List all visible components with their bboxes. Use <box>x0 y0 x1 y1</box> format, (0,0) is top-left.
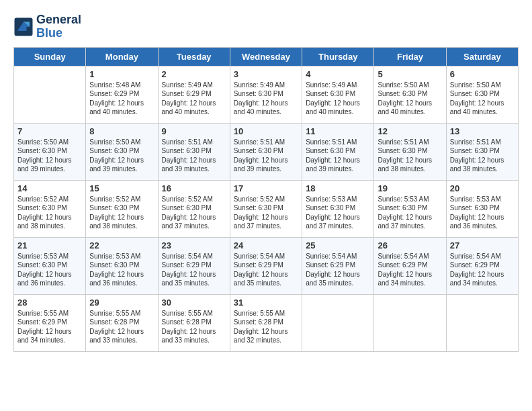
cell-content: Sunrise: 5:54 AM Sunset: 6:29 PM Dayligh… <box>450 252 515 288</box>
day-number: 14 <box>17 183 82 193</box>
day-number: 28 <box>17 298 82 308</box>
week-row-5: 28Sunrise: 5:55 AM Sunset: 6:29 PM Dayli… <box>14 294 519 351</box>
day-header-wednesday: Wednesday <box>230 47 302 66</box>
calendar-cell: 12Sunrise: 5:51 AM Sunset: 6:30 PM Dayli… <box>374 123 446 180</box>
cell-content: Sunrise: 5:55 AM Sunset: 6:28 PM Dayligh… <box>162 309 226 345</box>
cell-content: Sunrise: 5:54 AM Sunset: 6:29 PM Dayligh… <box>162 252 226 288</box>
cell-content: Sunrise: 5:51 AM Sunset: 6:30 PM Dayligh… <box>450 138 515 174</box>
calendar-cell: 8Sunrise: 5:50 AM Sunset: 6:30 PM Daylig… <box>86 123 158 180</box>
calendar-cell: 14Sunrise: 5:52 AM Sunset: 6:30 PM Dayli… <box>14 180 86 237</box>
day-number: 17 <box>234 183 298 193</box>
day-header-sunday: Sunday <box>14 47 86 66</box>
calendar-cell: 31Sunrise: 5:55 AM Sunset: 6:28 PM Dayli… <box>230 294 302 351</box>
day-number: 15 <box>89 183 154 193</box>
cell-content: Sunrise: 5:54 AM Sunset: 6:29 PM Dayligh… <box>234 252 298 288</box>
day-number: 1 <box>89 69 154 79</box>
cell-content: Sunrise: 5:54 AM Sunset: 6:29 PM Dayligh… <box>306 252 370 288</box>
cell-content: Sunrise: 5:51 AM Sunset: 6:30 PM Dayligh… <box>234 138 298 174</box>
calendar-cell: 20Sunrise: 5:53 AM Sunset: 6:30 PM Dayli… <box>446 180 518 237</box>
day-number: 18 <box>306 183 370 193</box>
day-number: 21 <box>17 240 82 250</box>
day-header-saturday: Saturday <box>446 47 518 66</box>
day-number: 6 <box>450 69 515 79</box>
day-number: 13 <box>450 126 515 136</box>
day-number: 30 <box>162 298 226 308</box>
calendar-cell <box>374 294 446 351</box>
cell-content: Sunrise: 5:52 AM Sunset: 6:30 PM Dayligh… <box>17 195 82 231</box>
day-number: 31 <box>234 298 298 308</box>
calendar-cell: 27Sunrise: 5:54 AM Sunset: 6:29 PM Dayli… <box>446 237 518 294</box>
logo: GeneralBlue <box>13 13 81 40</box>
cell-content: Sunrise: 5:50 AM Sunset: 6:30 PM Dayligh… <box>378 81 442 117</box>
day-number: 26 <box>378 240 442 250</box>
calendar-cell: 6Sunrise: 5:50 AM Sunset: 6:30 PM Daylig… <box>446 66 518 123</box>
day-number: 25 <box>306 240 370 250</box>
week-row-3: 14Sunrise: 5:52 AM Sunset: 6:30 PM Dayli… <box>14 180 519 237</box>
calendar-cell: 9Sunrise: 5:51 AM Sunset: 6:30 PM Daylig… <box>158 123 230 180</box>
calendar-cell: 22Sunrise: 5:53 AM Sunset: 6:30 PM Dayli… <box>86 237 158 294</box>
cell-content: Sunrise: 5:49 AM Sunset: 6:30 PM Dayligh… <box>306 81 370 117</box>
cell-content: Sunrise: 5:52 AM Sunset: 6:30 PM Dayligh… <box>234 195 298 231</box>
calendar-cell: 2Sunrise: 5:49 AM Sunset: 6:29 PM Daylig… <box>158 66 230 123</box>
day-number: 2 <box>162 69 226 79</box>
cell-content: Sunrise: 5:53 AM Sunset: 6:30 PM Dayligh… <box>306 195 370 231</box>
calendar-cell <box>14 66 86 123</box>
calendar-cell: 1Sunrise: 5:48 AM Sunset: 6:29 PM Daylig… <box>86 66 158 123</box>
day-number: 29 <box>89 298 154 308</box>
calendar-cell: 5Sunrise: 5:50 AM Sunset: 6:30 PM Daylig… <box>374 66 446 123</box>
day-number: 10 <box>234 126 298 136</box>
day-number: 22 <box>89 240 154 250</box>
page-header: GeneralBlue <box>13 13 519 40</box>
calendar-cell: 18Sunrise: 5:53 AM Sunset: 6:30 PM Dayli… <box>302 180 374 237</box>
day-number: 11 <box>306 126 370 136</box>
cell-content: Sunrise: 5:53 AM Sunset: 6:30 PM Dayligh… <box>450 195 515 231</box>
day-number: 8 <box>89 126 154 136</box>
calendar-cell: 4Sunrise: 5:49 AM Sunset: 6:30 PM Daylig… <box>302 66 374 123</box>
calendar-cell: 15Sunrise: 5:52 AM Sunset: 6:30 PM Dayli… <box>86 180 158 237</box>
day-header-monday: Monday <box>86 47 158 66</box>
calendar-cell: 7Sunrise: 5:50 AM Sunset: 6:30 PM Daylig… <box>14 123 86 180</box>
day-header-tuesday: Tuesday <box>158 47 230 66</box>
day-number: 20 <box>450 183 515 193</box>
cell-content: Sunrise: 5:55 AM Sunset: 6:28 PM Dayligh… <box>234 309 298 345</box>
cell-content: Sunrise: 5:52 AM Sunset: 6:30 PM Dayligh… <box>89 195 154 231</box>
calendar-cell: 29Sunrise: 5:55 AM Sunset: 6:28 PM Dayli… <box>86 294 158 351</box>
logo-icon <box>13 17 34 37</box>
cell-content: Sunrise: 5:51 AM Sunset: 6:30 PM Dayligh… <box>378 138 442 174</box>
cell-content: Sunrise: 5:52 AM Sunset: 6:30 PM Dayligh… <box>162 195 226 231</box>
cell-content: Sunrise: 5:54 AM Sunset: 6:29 PM Dayligh… <box>378 252 442 288</box>
day-number: 23 <box>162 240 226 250</box>
day-number: 5 <box>378 69 442 79</box>
calendar-cell: 17Sunrise: 5:52 AM Sunset: 6:30 PM Dayli… <box>230 180 302 237</box>
calendar-cell <box>302 294 374 351</box>
calendar-cell: 30Sunrise: 5:55 AM Sunset: 6:28 PM Dayli… <box>158 294 230 351</box>
day-number: 12 <box>378 126 442 136</box>
week-row-4: 21Sunrise: 5:53 AM Sunset: 6:30 PM Dayli… <box>14 237 519 294</box>
day-number: 9 <box>162 126 226 136</box>
week-row-1: 1Sunrise: 5:48 AM Sunset: 6:29 PM Daylig… <box>14 66 519 123</box>
cell-content: Sunrise: 5:53 AM Sunset: 6:30 PM Dayligh… <box>378 195 442 231</box>
day-header-thursday: Thursday <box>302 47 374 66</box>
calendar-cell: 16Sunrise: 5:52 AM Sunset: 6:30 PM Dayli… <box>158 180 230 237</box>
cell-content: Sunrise: 5:55 AM Sunset: 6:29 PM Dayligh… <box>17 309 82 345</box>
week-row-2: 7Sunrise: 5:50 AM Sunset: 6:30 PM Daylig… <box>14 123 519 180</box>
calendar-cell: 19Sunrise: 5:53 AM Sunset: 6:30 PM Dayli… <box>374 180 446 237</box>
calendar-cell <box>446 294 518 351</box>
day-number: 27 <box>450 240 515 250</box>
calendar-cell: 11Sunrise: 5:51 AM Sunset: 6:30 PM Dayli… <box>302 123 374 180</box>
header-row: SundayMondayTuesdayWednesdayThursdayFrid… <box>14 47 519 66</box>
calendar-cell: 13Sunrise: 5:51 AM Sunset: 6:30 PM Dayli… <box>446 123 518 180</box>
cell-content: Sunrise: 5:53 AM Sunset: 6:30 PM Dayligh… <box>89 252 154 288</box>
calendar-cell: 28Sunrise: 5:55 AM Sunset: 6:29 PM Dayli… <box>14 294 86 351</box>
cell-content: Sunrise: 5:48 AM Sunset: 6:29 PM Dayligh… <box>89 81 154 117</box>
cell-content: Sunrise: 5:51 AM Sunset: 6:30 PM Dayligh… <box>162 138 226 174</box>
day-number: 3 <box>234 69 298 79</box>
calendar-header: SundayMondayTuesdayWednesdayThursdayFrid… <box>14 47 519 66</box>
cell-content: Sunrise: 5:55 AM Sunset: 6:28 PM Dayligh… <box>89 309 154 345</box>
day-number: 7 <box>17 126 82 136</box>
day-number: 24 <box>234 240 298 250</box>
cell-content: Sunrise: 5:50 AM Sunset: 6:30 PM Dayligh… <box>450 81 515 117</box>
day-number: 4 <box>306 69 370 79</box>
calendar-cell: 21Sunrise: 5:53 AM Sunset: 6:30 PM Dayli… <box>14 237 86 294</box>
calendar-body: 1Sunrise: 5:48 AM Sunset: 6:29 PM Daylig… <box>14 66 519 351</box>
